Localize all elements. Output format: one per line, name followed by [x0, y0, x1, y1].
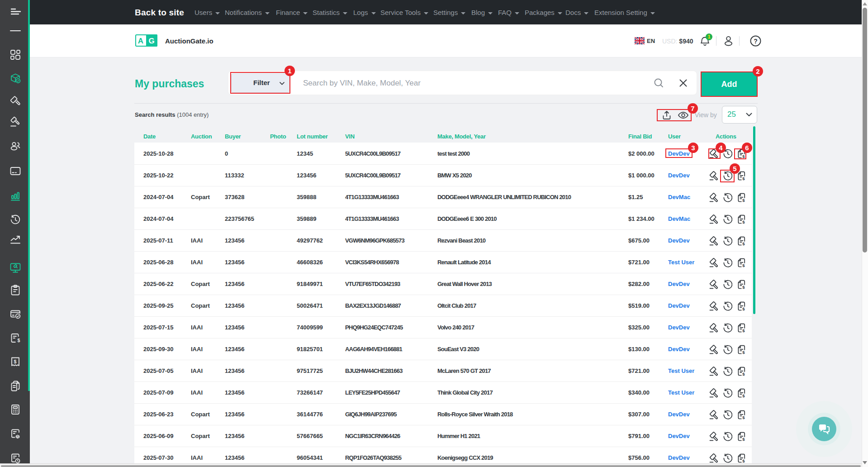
- svg-text:A: A: [138, 37, 143, 45]
- svg-text:?: ?: [754, 38, 758, 45]
- svg-text:G: G: [148, 37, 154, 45]
- svg-text:$: $: [14, 359, 17, 364]
- svg-text:$: $: [18, 338, 20, 343]
